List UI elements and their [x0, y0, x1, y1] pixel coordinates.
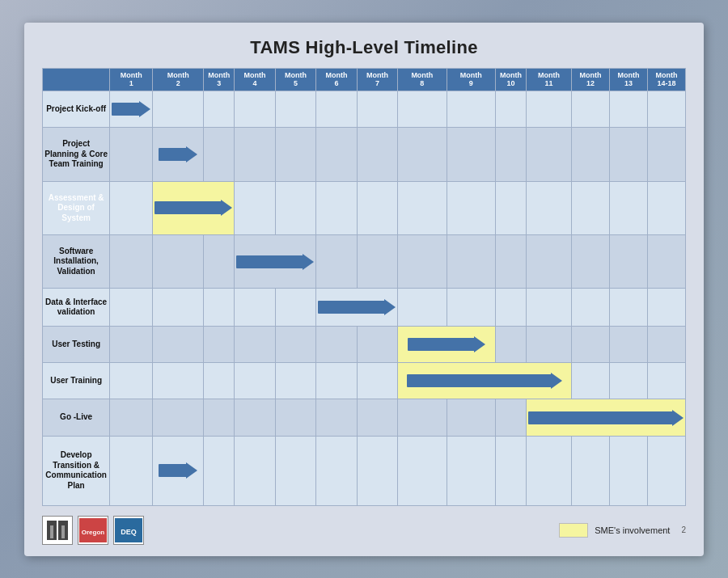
- task-cell-6-3: [235, 363, 276, 399]
- legend-color-box: [559, 523, 588, 538]
- task-cell-5-0: [110, 326, 153, 362]
- task-cell-4-3: [235, 289, 276, 327]
- task-label-5: User Testing: [43, 326, 110, 362]
- logo-tt: [42, 516, 73, 545]
- task-cell-3-2: [204, 234, 235, 288]
- task-arrow-3: [235, 234, 316, 288]
- task-cell-2-13: [648, 181, 686, 234]
- header-month-6: Month6: [316, 68, 358, 91]
- task-cell-5-11: [572, 326, 610, 362]
- task-cell-2-4: [275, 181, 316, 234]
- task-row: Software Installation, Validation: [43, 234, 686, 288]
- task-cell-5-5: [316, 326, 358, 362]
- task-cell-3-1: [153, 234, 204, 288]
- task-arrow-0: [110, 91, 153, 128]
- footer: Oregon DEQ SME's involvement 2: [42, 513, 686, 545]
- task-cell-4-8: [447, 289, 495, 327]
- task-cell-2-9: [495, 181, 526, 234]
- task-cell-4-1: [153, 289, 204, 327]
- task-cell-4-7: [398, 289, 447, 327]
- task-cell-7-5: [316, 399, 358, 436]
- task-cell-4-9: [495, 289, 526, 327]
- task-cell-7-6: [357, 399, 398, 436]
- task-label-2: Assessment & Design of System: [43, 181, 110, 234]
- task-cell-0-7: [398, 91, 447, 128]
- task-row: Assessment & Design of System: [43, 181, 686, 234]
- logos: Oregon DEQ: [42, 516, 144, 545]
- task-cell-6-6: [357, 363, 398, 399]
- task-arrow-7: [527, 399, 686, 436]
- task-row: Project Planning & Core Team Training: [43, 128, 686, 181]
- task-cell-6-11: [572, 363, 610, 399]
- task-label-4: Data & Interface validation: [43, 289, 110, 327]
- header-month-8: Month8: [398, 68, 447, 91]
- task-cell-1-5: [316, 128, 358, 181]
- task-cell-5-6: [357, 326, 398, 362]
- timeline-table: Month1Month2Month3Month4Month5Month6Mont…: [42, 68, 686, 506]
- task-cell-1-6: [357, 128, 398, 181]
- header-month-5: Month5: [275, 68, 316, 91]
- task-cell-0-11: [572, 91, 610, 128]
- task-label-6: User Training: [43, 363, 110, 399]
- task-cell-0-8: [447, 91, 495, 128]
- task-cell-6-4: [275, 363, 316, 399]
- task-cell-7-9: [495, 399, 526, 436]
- task-cell-5-10: [527, 326, 572, 362]
- task-cell-2-10: [527, 181, 572, 234]
- task-cell-1-11: [572, 128, 610, 181]
- task-cell-1-2: [204, 128, 235, 181]
- task-cell-8-0: [110, 436, 153, 505]
- task-cell-6-2: [204, 363, 235, 399]
- task-cell-8-12: [610, 436, 648, 505]
- svg-text:DEQ: DEQ: [121, 528, 137, 536]
- task-cell-2-5: [316, 181, 358, 234]
- task-cell-0-6: [357, 91, 398, 128]
- task-cell-2-8: [447, 181, 495, 234]
- task-cell-3-0: [110, 234, 153, 288]
- task-arrow-5: [398, 326, 496, 362]
- task-cell-1-7: [398, 128, 447, 181]
- task-cell-1-0: [110, 128, 153, 181]
- task-cell-6-1: [153, 363, 204, 399]
- task-cell-1-8: [447, 128, 495, 181]
- page-number: 2: [681, 525, 686, 534]
- header-month-7: Month7: [357, 68, 398, 91]
- task-cell-1-4: [275, 128, 316, 181]
- task-cell-5-12: [610, 326, 648, 362]
- task-cell-8-4: [275, 436, 316, 505]
- task-cell-1-10: [527, 128, 572, 181]
- task-cell-4-11: [572, 289, 610, 327]
- task-cell-5-4: [275, 326, 316, 362]
- task-cell-3-5: [316, 234, 358, 288]
- task-cell-5-2: [204, 326, 235, 362]
- task-cell-8-7: [398, 436, 447, 505]
- task-label-1: Project Planning & Core Team Training: [43, 128, 110, 181]
- task-row: Project Kick-off: [43, 91, 686, 128]
- task-cell-4-2: [204, 289, 235, 327]
- slide: TAMS High-Level Timeline Month1Month2Mon…: [24, 23, 704, 556]
- header-month-14: Month14-18: [648, 68, 686, 91]
- task-cell-8-9: [495, 436, 526, 505]
- header-month-3: Month3: [204, 68, 235, 91]
- task-cell-3-11: [572, 234, 610, 288]
- task-arrow-2: [153, 181, 235, 234]
- header-month-2: Month2: [153, 68, 204, 91]
- task-cell-1-13: [648, 128, 686, 181]
- task-cell-7-3: [235, 399, 276, 436]
- task-cell-6-12: [610, 363, 648, 399]
- task-label-7: Go -Live: [43, 399, 110, 436]
- task-cell-3-8: [447, 234, 495, 288]
- task-cell-0-2: [204, 91, 235, 128]
- task-cell-0-4: [275, 91, 316, 128]
- legend-label: SME's involvement: [595, 525, 670, 535]
- task-arrow-4: [316, 289, 398, 327]
- header-month-12: Month12: [572, 68, 610, 91]
- task-cell-5-13: [648, 326, 686, 362]
- task-cell-3-9: [495, 234, 526, 288]
- task-cell-1-12: [610, 128, 648, 181]
- svg-text:Oregon: Oregon: [82, 529, 105, 536]
- task-row: User Training: [43, 363, 686, 399]
- task-cell-0-13: [648, 91, 686, 128]
- task-cell-6-0: [110, 363, 153, 399]
- task-arrow-6: [398, 363, 572, 399]
